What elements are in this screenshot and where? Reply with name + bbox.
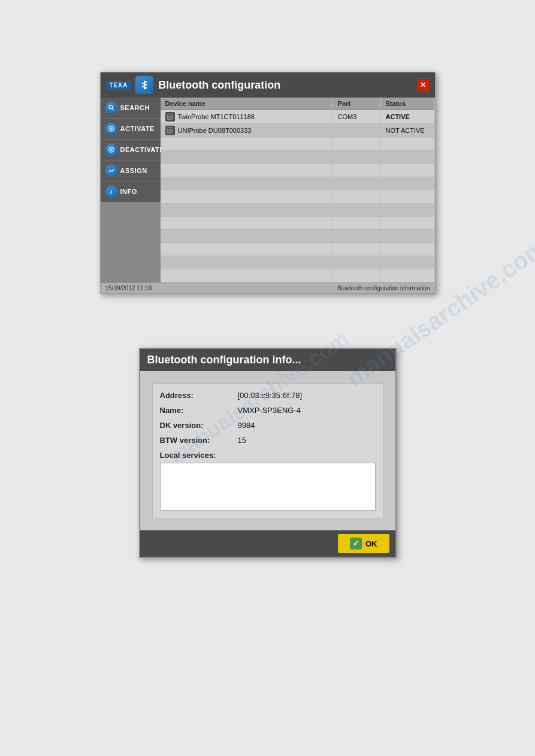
device-name-cell: TwinProbe MT1CT011188 bbox=[161, 110, 333, 124]
svg-point-0 bbox=[108, 105, 112, 109]
table-row bbox=[161, 217, 435, 230]
table-row bbox=[161, 190, 435, 204]
local-services-label: Local services: bbox=[160, 451, 376, 460]
local-services-box bbox=[160, 463, 376, 511]
bt-title-bar-left: TEXA Bluetooth configuration bbox=[107, 76, 281, 94]
table-row bbox=[161, 164, 435, 177]
address-row: Address: [00:03:c9:35:6f:78] bbox=[160, 391, 376, 400]
bt-close-button[interactable]: ✕ bbox=[417, 79, 429, 91]
ok-check-icon: ✓ bbox=[350, 538, 362, 549]
search-icon bbox=[105, 102, 117, 114]
table-row bbox=[161, 138, 435, 151]
bt-info-footer: ✓ OK bbox=[140, 530, 395, 557]
sidebar-deactivate-label: DEACTIVATE bbox=[120, 146, 165, 153]
bluetooth-icon bbox=[135, 76, 153, 94]
table-row bbox=[161, 204, 435, 217]
dk-version-label: DK version: bbox=[160, 421, 238, 430]
btw-version-value: 15 bbox=[238, 436, 246, 445]
address-label: Address: bbox=[160, 391, 238, 400]
col-header-port: Port bbox=[333, 98, 380, 110]
dk-version-value: 9984 bbox=[238, 421, 255, 430]
deactivate-icon bbox=[105, 144, 117, 156]
bt-info-fields: Address: [00:03:c9:35:6f:78] Name: VMXP-… bbox=[152, 383, 383, 518]
device-port-0: COM3 bbox=[333, 110, 380, 124]
device-port-1 bbox=[333, 124, 380, 138]
ok-button-label: OK bbox=[365, 539, 377, 548]
device-status-1: NOT ACTIVE bbox=[380, 124, 434, 138]
device-name-0: TwinProbe MT1CT011188 bbox=[178, 113, 255, 120]
sidebar-item-activate[interactable]: ACTIVATE bbox=[101, 119, 161, 139]
name-label: Name: bbox=[160, 406, 238, 415]
page-wrapper: i TEXA Bluetooth configuration bbox=[0, 0, 535, 756]
table-row bbox=[161, 243, 435, 256]
bt-title-text: Bluetooth configuration bbox=[158, 79, 280, 92]
assign-icon bbox=[105, 165, 117, 177]
local-services-section: Local services: bbox=[160, 451, 376, 511]
info-sidebar-icon: i bbox=[105, 186, 117, 198]
table-row bbox=[161, 230, 435, 243]
device-name-1: UNIProbe DU08T000333 bbox=[178, 127, 252, 134]
dk-version-row: DK version: 9984 bbox=[160, 421, 376, 430]
table-row bbox=[161, 177, 435, 190]
table-row bbox=[161, 256, 435, 269]
bt-content: SEARCH ACTIVATE DEACTIVATE bbox=[101, 98, 435, 283]
bt-info-title-text: Bluetooth configuration info... bbox=[147, 354, 301, 366]
svg-line-1 bbox=[112, 108, 114, 110]
ok-button[interactable]: ✓ OK bbox=[338, 534, 389, 553]
sidebar-item-deactivate[interactable]: DEACTIVATE bbox=[101, 139, 161, 160]
table-row bbox=[161, 269, 435, 283]
svg-point-5 bbox=[110, 148, 113, 151]
device-icon-0 bbox=[165, 112, 175, 122]
bt-sidebar: SEARCH ACTIVATE DEACTIVATE bbox=[101, 98, 161, 283]
statusbar-time: 15/09/2012 11:19 bbox=[105, 285, 152, 292]
statusbar-message: Bluetooth configuration information bbox=[337, 285, 430, 292]
svg-point-3 bbox=[110, 127, 113, 130]
sidebar-info-label: INFO bbox=[120, 188, 137, 195]
bt-statusbar: 15/09/2012 11:19 Bluetooth configuration… bbox=[101, 283, 435, 293]
bt-info-dialog: manualsarchive.com Bluetooth configurati… bbox=[139, 348, 397, 558]
bt-device-table: Device name Port Status bbox=[161, 98, 435, 283]
btw-version-row: BTW version: 15 bbox=[160, 436, 376, 445]
bluetooth-config-window: TEXA Bluetooth configuration ✕ bbox=[100, 72, 436, 294]
bt-info-content-area: Address: [00:03:c9:35:6f:78] Name: VMXP-… bbox=[140, 371, 395, 530]
device-status-0: ACTIVE bbox=[380, 110, 434, 124]
bt-info-title-bar: Bluetooth configuration info... bbox=[140, 349, 395, 371]
table-row bbox=[161, 151, 435, 164]
sidebar-assign-label: ASSIGN bbox=[120, 167, 147, 174]
activate-icon bbox=[105, 123, 117, 135]
name-value: VMXP-SP3ENG-4 bbox=[238, 406, 301, 415]
sidebar-item-search[interactable]: SEARCH bbox=[101, 98, 161, 119]
col-header-device: Device name bbox=[161, 98, 333, 110]
ok-check-symbol: ✓ bbox=[353, 539, 359, 548]
sidebar-search-label: SEARCH bbox=[120, 104, 150, 111]
sidebar-spacer bbox=[101, 202, 161, 283]
name-row: Name: VMXP-SP3ENG-4 bbox=[160, 406, 376, 415]
sidebar-item-assign[interactable]: ASSIGN bbox=[101, 160, 161, 181]
texa-logo: TEXA bbox=[107, 81, 131, 90]
device-icon-1 bbox=[165, 126, 175, 135]
btw-version-label: BTW version: bbox=[160, 436, 238, 445]
bt-title-bar: TEXA Bluetooth configuration ✕ bbox=[101, 72, 435, 98]
table-row[interactable]: TwinProbe MT1CT011188 COM3 ACTIVE bbox=[161, 110, 435, 124]
bt-table-area: Device name Port Status bbox=[161, 98, 435, 283]
device-name-cell: UNIProbe DU08T000333 bbox=[161, 124, 333, 138]
address-value: [00:03:c9:35:6f:78] bbox=[238, 391, 303, 400]
col-header-status: Status bbox=[380, 98, 434, 110]
sidebar-activate-label: ACTIVATE bbox=[120, 125, 155, 132]
table-row[interactable]: UNIProbe DU08T000333 NOT ACTIVE bbox=[161, 124, 435, 138]
sidebar-item-info[interactable]: i INFO bbox=[101, 181, 161, 202]
